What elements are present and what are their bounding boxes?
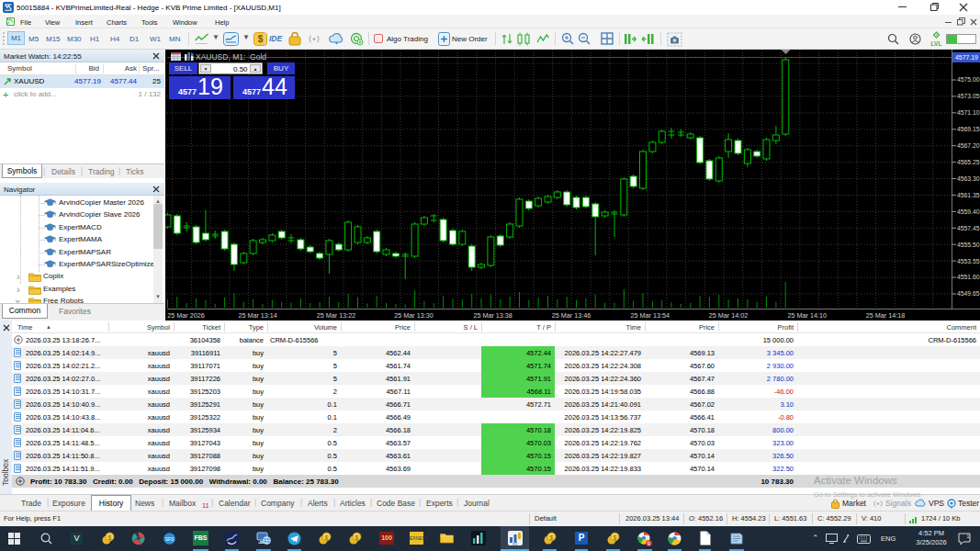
svg-text:25 Mar 14:10: 25 Mar 14:10 [788, 311, 827, 320]
svg-text:4559.40: 4559.40 [957, 208, 980, 215]
svg-text:SFS: SFS [165, 536, 175, 542]
svg-text:4553.55: 4553.55 [957, 258, 980, 264]
svg-text:9: 9 [648, 541, 650, 546]
svg-text:25 Mar 13:30: 25 Mar 13:30 [394, 311, 433, 320]
svg-text:4563.30: 4563.30 [957, 175, 980, 182]
svg-text:$: $ [325, 534, 329, 541]
svg-text:4555.50: 4555.50 [957, 242, 980, 248]
svg-text:$: $ [355, 534, 359, 541]
svg-text:4573.05: 4573.05 [957, 93, 980, 99]
svg-text:25 Mar 13:22: 25 Mar 13:22 [317, 311, 355, 320]
svg-text:25 Mar 13:54: 25 Mar 13:54 [631, 311, 670, 320]
svg-text:4561.35: 4561.35 [957, 192, 980, 198]
svg-text:4557.45: 4557.45 [957, 225, 980, 231]
svg-text:25 Mar 13:46: 25 Mar 13:46 [552, 311, 591, 320]
svg-text:4571.10: 4571.10 [957, 109, 980, 116]
svg-text:EX: EX [513, 542, 518, 546]
svg-text:4551.60: 4551.60 [957, 274, 980, 280]
svg-text:25 Mar 2026: 25 Mar 2026 [167, 311, 204, 320]
svg-text:4565.25: 4565.25 [957, 159, 980, 165]
svg-text:$: $ [108, 534, 112, 541]
svg-text:25 Mar 13:38: 25 Mar 13:38 [473, 311, 512, 320]
svg-text:4577.19: 4577.19 [955, 54, 978, 61]
svg-text:25 Mar 13:14: 25 Mar 13:14 [238, 311, 276, 320]
svg-text:$: $ [614, 534, 617, 541]
svg-text:25 Mar 14:02: 25 Mar 14:02 [709, 311, 748, 320]
svg-text:4567.20: 4567.20 [957, 142, 980, 149]
svg-text:4575.00: 4575.00 [957, 76, 980, 83]
svg-text:LVL: LVL [931, 40, 942, 47]
svg-text:$: $ [550, 534, 554, 541]
svg-text:25 Mar 14:18: 25 Mar 14:18 [866, 311, 905, 320]
svg-text:$: $ [258, 34, 264, 44]
svg-text:4569.15: 4569.15 [957, 126, 980, 132]
svg-text:4549.65: 4549.65 [957, 290, 980, 297]
